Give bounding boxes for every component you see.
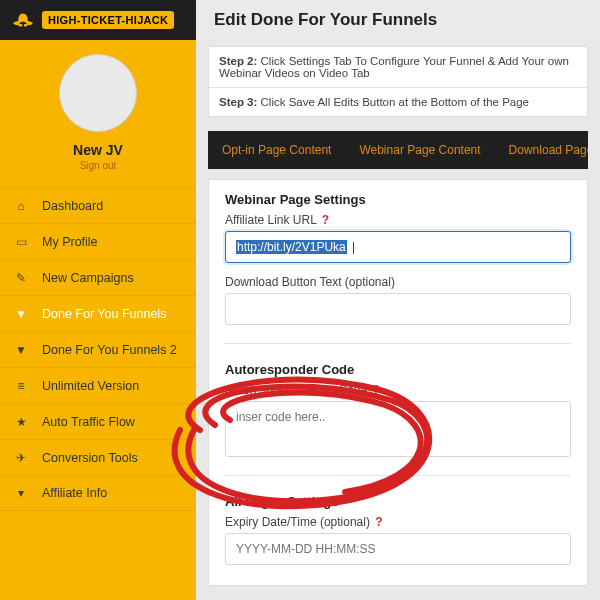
section-title: Autoresponder Code [225, 362, 571, 377]
label-text: Expiry Date/Time (optional) [225, 515, 370, 529]
autoresponder-code-input[interactable] [225, 401, 571, 457]
affiliate-icon: ▾ [14, 486, 28, 500]
all-pages-block: All Pages Settings Expiry Date/Time (opt… [225, 494, 571, 565]
field-label: Download Button Text (optional) [225, 275, 571, 289]
spy-icon [10, 7, 36, 33]
avatar [59, 54, 137, 132]
app-root: HIGH-TICKET-HIJACK New JV Sign out ⌂ Das… [0, 0, 600, 600]
step-label: Step 3: [219, 96, 257, 108]
help-icon[interactable]: ? [322, 213, 329, 227]
profile-block: New JV Sign out [0, 40, 196, 181]
step-label: Step 2: [219, 55, 257, 67]
traffic-icon: ★ [14, 415, 28, 429]
section-title: Webinar Page Settings [225, 192, 571, 207]
help-icon[interactable]: ? [372, 383, 379, 397]
section-title: All Pages Settings [225, 494, 571, 509]
label-text: Autoresponder Form Code [225, 383, 367, 397]
help-icon[interactable]: ? [375, 515, 382, 529]
svg-rect-2 [19, 24, 22, 26]
steps-panel: Step 2: Click Settings Tab To Configure … [208, 46, 588, 117]
sidebar-item-new-campaigns[interactable]: ✎ New Campaigns [0, 259, 196, 295]
profile-name: New JV [73, 142, 123, 158]
field-label: Affiliate Link URL ? [225, 213, 571, 227]
text-cursor-icon [353, 242, 354, 254]
divider [225, 343, 571, 344]
profile-icon: ▭ [14, 235, 28, 249]
sidebar-item-label: Conversion Tools [42, 451, 138, 465]
brand-name: HIGH-TICKET-HIJACK [42, 11, 174, 29]
logo-bar: HIGH-TICKET-HIJACK [0, 0, 196, 40]
svg-rect-3 [24, 24, 27, 26]
step-row: Step 3: Click Save All Edits Button at t… [209, 88, 587, 116]
sidebar: HIGH-TICKET-HIJACK New JV Sign out ⌂ Das… [0, 0, 196, 600]
main: Edit Done For Your Funnels Step 2: Click… [196, 0, 600, 600]
field-label: Expiry Date/Time (optional) ? [225, 515, 571, 529]
selected-text: http://bit.ly/2V1PUka [236, 240, 347, 254]
signout-link[interactable]: Sign out [80, 160, 117, 171]
tab-download[interactable]: Download Page Content [495, 131, 588, 169]
step-text: Click Save All Edits Button at the Botto… [257, 96, 529, 108]
sidebar-item-label: Auto Traffic Flow [42, 415, 135, 429]
sidebar-item-label: Dashboard [42, 199, 103, 213]
sidebar-item-label: Unlimited Version [42, 379, 139, 393]
tabs: Opt-in Page Content Webinar Page Content… [208, 131, 588, 169]
tab-webinar[interactable]: Webinar Page Content [345, 131, 494, 169]
sidebar-item-affiliate[interactable]: ▾ Affiliate Info [0, 475, 196, 511]
sidebar-item-label: Done For You Funnels [42, 307, 166, 321]
sidebar-item-dashboard[interactable]: ⌂ Dashboard [0, 187, 196, 223]
sidebar-item-my-profile[interactable]: ▭ My Profile [0, 223, 196, 259]
sidebar-nav: ⌂ Dashboard ▭ My Profile ✎ New Campaigns… [0, 187, 196, 511]
sidebar-item-funnels[interactable]: ▼ Done For You Funnels [0, 295, 196, 331]
funnel-icon: ▼ [14, 307, 28, 321]
divider [225, 475, 571, 476]
step-row: Step 2: Click Settings Tab To Configure … [209, 47, 587, 88]
autoresponder-block: Autoresponder Code Autoresponder Form Co… [225, 362, 571, 457]
sidebar-item-traffic[interactable]: ★ Auto Traffic Flow [0, 403, 196, 439]
home-icon: ⌂ [14, 199, 28, 213]
sidebar-item-unlimited[interactable]: ≡ Unlimited Version [0, 367, 196, 403]
label-text: Affiliate Link URL [225, 213, 316, 227]
sidebar-item-label: Done For You Funnels 2 [42, 343, 177, 357]
download-text-input[interactable] [225, 293, 571, 325]
field-label: Autoresponder Form Code ? [225, 383, 571, 397]
tab-optin[interactable]: Opt-in Page Content [208, 131, 345, 169]
sidebar-item-label: New Campaigns [42, 271, 134, 285]
sidebar-item-label: My Profile [42, 235, 98, 249]
sidebar-item-conversion[interactable]: ✈ Conversion Tools [0, 439, 196, 475]
expiry-datetime-input[interactable] [225, 533, 571, 565]
affiliate-url-input[interactable]: http://bit.ly/2V1PUka [225, 231, 571, 263]
funnel-icon: ▼ [14, 343, 28, 357]
pencil-icon: ✎ [14, 271, 28, 285]
sidebar-item-funnels-2[interactable]: ▼ Done For You Funnels 2 [0, 331, 196, 367]
unlimited-icon: ≡ [14, 379, 28, 393]
settings-form: Webinar Page Settings Affiliate Link URL… [208, 179, 588, 586]
page-title: Edit Done For Your Funnels [196, 0, 600, 40]
step-text: Click Settings Tab To Configure Your Fun… [219, 55, 569, 79]
webinar-settings-block: Webinar Page Settings Affiliate Link URL… [225, 192, 571, 325]
sidebar-item-label: Affiliate Info [42, 486, 107, 500]
tools-icon: ✈ [14, 451, 28, 465]
